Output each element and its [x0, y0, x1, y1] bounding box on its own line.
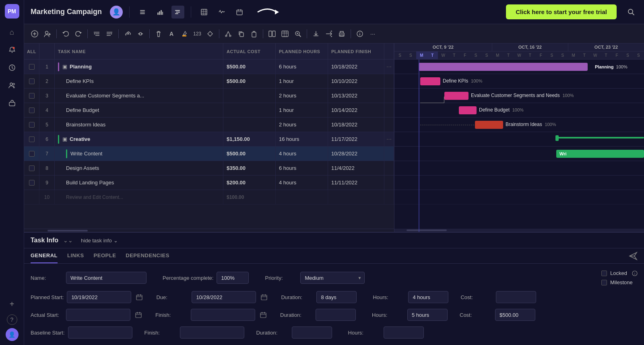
locked-checkbox[interactable]: Locked i — [601, 270, 638, 276]
zoom-button[interactable] — [292, 28, 303, 39]
copy-button[interactable] — [235, 28, 247, 39]
indent-right-button[interactable] — [104, 28, 115, 39]
add-project-button[interactable]: + — [5, 297, 19, 311]
hours-planned-input[interactable] — [408, 291, 448, 303]
milestone-checkbox[interactable]: Milestone — [601, 279, 638, 285]
unlink-button[interactable] — [135, 28, 146, 39]
cut-button[interactable] — [223, 28, 234, 39]
highlight-button[interactable] — [179, 28, 190, 39]
row-checkbox[interactable] — [24, 103, 39, 117]
row-checkbox[interactable] — [24, 60, 39, 74]
spreadsheet-button[interactable] — [198, 6, 211, 19]
split-view-button[interactable] — [266, 28, 278, 39]
row-more[interactable] — [384, 103, 394, 117]
sidebar-item-notifications[interactable] — [5, 43, 19, 57]
actual-start-input[interactable] — [66, 309, 130, 321]
priority-select[interactable]: Medium Low High — [300, 272, 365, 284]
actual-start-calendar[interactable] — [134, 310, 143, 320]
row-more[interactable]: ⋯ — [384, 132, 394, 146]
row-more[interactable] — [384, 147, 394, 161]
help-button[interactable]: ? — [7, 314, 17, 325]
due-calendar[interactable] — [259, 292, 269, 302]
list-view-button[interactable] — [136, 6, 149, 19]
row-more[interactable]: ⋯ — [384, 60, 394, 74]
milestone-checkbox-box[interactable] — [601, 280, 607, 285]
row-checkbox[interactable] — [24, 147, 39, 161]
table-row[interactable]: 4 Define Budget 1 hour 10/14/2022 — [24, 103, 394, 118]
sidebar-item-users[interactable] — [5, 78, 19, 93]
percentage-input[interactable] — [217, 272, 249, 284]
send-button[interactable] — [629, 248, 638, 263]
indent-left-button[interactable] — [91, 28, 102, 39]
name-input[interactable] — [66, 272, 147, 284]
row-checkbox[interactable] — [24, 176, 39, 190]
sidebar-item-clock[interactable] — [5, 60, 19, 75]
row-checkbox[interactable] — [24, 161, 39, 175]
row-checkbox[interactable] — [24, 132, 39, 146]
planned-start-calendar[interactable] — [134, 292, 144, 302]
search-icon[interactable] — [625, 6, 638, 19]
share-button[interactable] — [323, 28, 334, 39]
row-checkbox[interactable] — [24, 118, 39, 132]
tab-general[interactable]: GENERAL — [31, 248, 58, 263]
free-trial-button[interactable]: Click here to start your free trial — [506, 4, 617, 19]
more-button[interactable]: ··· — [367, 28, 378, 39]
app-logo[interactable]: PM — [5, 4, 19, 19]
table-row[interactable]: 10 Review and Edit Content... $100.00 — [24, 190, 394, 205]
table-row[interactable]: 1 ▣ Planning $500.00 6 hours 10/18/2022 … — [24, 60, 394, 74]
table-row[interactable]: 7 Write Content $500.00 4 hours 10/28/20… — [24, 147, 394, 161]
user-avatar[interactable]: 👤 — [6, 328, 19, 341]
gantt-scrollbar-thumb[interactable] — [407, 229, 447, 231]
hours-baseline-input[interactable] — [384, 326, 424, 339]
finish-calendar[interactable] — [258, 310, 268, 320]
tab-links[interactable]: LINKS — [67, 248, 84, 263]
calendar-button[interactable] — [233, 6, 246, 19]
project-avatar[interactable]: 👤 — [110, 6, 123, 19]
table-row[interactable]: 9 Build Landing Pages $200.00 4 hours 11… — [24, 176, 394, 190]
baseline-start-input[interactable] — [68, 326, 132, 339]
sidebar-item-home[interactable]: ⌂ — [5, 25, 19, 39]
row-checkbox[interactable] — [24, 89, 39, 103]
paste-button[interactable] — [248, 28, 260, 39]
table-row[interactable]: 6 ▣ Creative $1,150.00 16 hours 11/17/20… — [24, 132, 394, 147]
info-button[interactable] — [354, 28, 365, 39]
cost-planned-input[interactable] — [496, 291, 536, 303]
baseline-finish-input[interactable] — [180, 326, 244, 339]
duration-actual-input[interactable] — [316, 309, 356, 321]
table-row[interactable]: 5 Brainstorm Ideas 2 hours 10/18/2022 — [24, 118, 394, 132]
text-format-button[interactable]: A — [166, 28, 177, 39]
tab-dependencies[interactable]: DEPENDENCIES — [126, 248, 169, 263]
link-button[interactable] — [122, 28, 133, 39]
hide-task-info-button[interactable]: hide task info ⌄ — [81, 238, 118, 244]
locked-checkbox-box[interactable] — [601, 271, 607, 276]
due-input[interactable] — [192, 291, 256, 303]
duration-input[interactable] — [316, 291, 357, 303]
hours-actual-input[interactable] — [407, 309, 448, 321]
planned-start-input[interactable] — [67, 291, 131, 303]
cost-actual-input[interactable] — [495, 309, 535, 321]
col-all[interactable]: ALL — [24, 43, 39, 59]
finish-input[interactable] — [191, 309, 255, 321]
redo-button[interactable] — [73, 28, 84, 39]
add-circle-button[interactable] — [29, 28, 40, 39]
table-row[interactable]: 2 Define KPIs $500.00 1 hour 10/10/2022 — [24, 74, 394, 89]
row-checkbox[interactable] — [24, 190, 39, 204]
row-more[interactable] — [384, 74, 394, 88]
row-checkbox[interactable] — [24, 74, 39, 88]
delete-button[interactable] — [153, 28, 164, 39]
row-more[interactable] — [384, 161, 394, 175]
activity-button[interactable] — [215, 6, 228, 19]
number-format-button[interactable]: 123 — [192, 28, 203, 39]
row-more[interactable] — [384, 118, 394, 132]
add-person-button[interactable] — [42, 28, 53, 39]
chart-view-button[interactable] — [154, 6, 167, 19]
collapse-icon[interactable]: ⌄⌄ — [63, 237, 73, 244]
table-row[interactable]: 3 Evaluate Customer Segments a... 2 hour… — [24, 89, 394, 103]
diamond-button[interactable] — [204, 28, 216, 39]
duration-baseline-input[interactable] — [292, 326, 332, 339]
table-view-button[interactable] — [279, 28, 291, 39]
undo-button[interactable] — [60, 28, 71, 39]
download-button[interactable] — [310, 28, 322, 39]
tab-people[interactable]: PEOPLE — [94, 248, 116, 263]
gantt-view-button[interactable] — [171, 6, 184, 19]
